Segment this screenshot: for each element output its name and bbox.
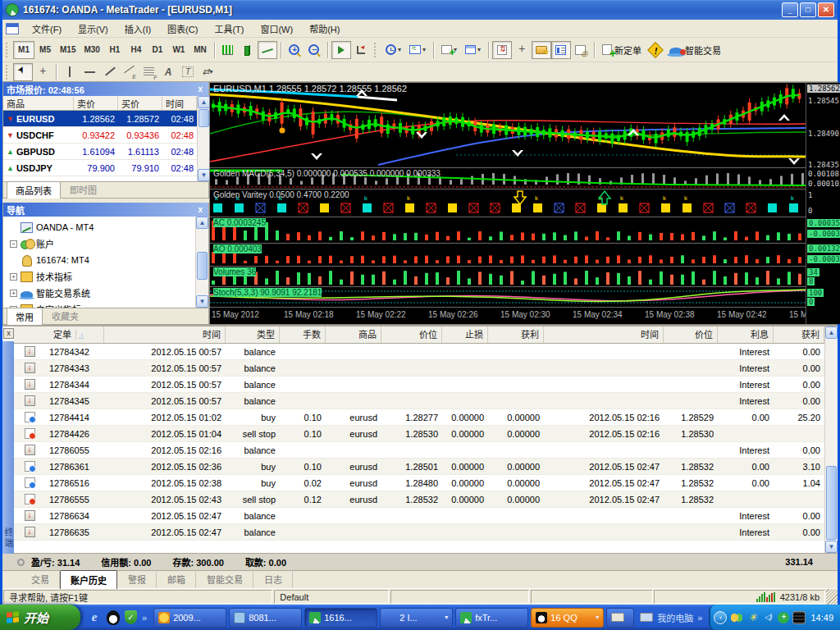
navigator-tab[interactable]: 收藏夹: [43, 307, 88, 324]
navigator-item[interactable]: + 技术指标: [7, 268, 195, 285]
scroll-up-icon[interactable]: ▲: [196, 217, 208, 229]
my-computer-button[interactable]: 我的电脑 »: [637, 611, 705, 624]
cursor-icon[interactable]: [13, 63, 33, 81]
terminal-side-strip[interactable]: 终端: [2, 341, 14, 554]
keyboard-layout-button[interactable]: [606, 608, 634, 628]
navigator-item[interactable]: − 账户: [7, 235, 195, 252]
varitey-subwindow[interactable]: Golden Varitey 0.0500 0.4700 0.2200 kkkk…: [210, 189, 806, 217]
menu-item[interactable]: 窗口(W): [252, 20, 301, 38]
menu-item[interactable]: 插入(I): [116, 20, 159, 38]
minimize-button[interactable]: _: [782, 2, 798, 17]
menu-item[interactable]: 工具(T): [206, 20, 252, 38]
trendline-icon[interactable]: [99, 63, 119, 81]
history-row[interactable]: 12784426 2012.05.15 01:04 sell stop 0.10…: [14, 426, 824, 442]
history-row[interactable]: 12784342 2012.05.15 00:57 balance: [14, 344, 824, 360]
market-watch-row[interactable]: ▼USDCHF 0.93422 0.93436 02:48: [3, 127, 197, 144]
tray-star-icon[interactable]: ✳: [746, 612, 758, 623]
history-row[interactable]: 12784344 2012.05.15 00:57 balance: [14, 377, 824, 393]
crosshair-icon[interactable]: +: [512, 41, 532, 59]
history-row[interactable]: 12786055 2012.05.15 02:16 balance: [14, 442, 824, 459]
arrows-icon[interactable]: ⇄▾: [198, 63, 217, 81]
zoom-out-icon[interactable]: −: [304, 41, 324, 59]
ao-subwindow[interactable]: AO 0.000403: [210, 243, 806, 266]
favorites-folder-icon[interactable]: [532, 41, 551, 59]
market-watch-close-icon[interactable]: x: [195, 84, 205, 94]
market-watch-tab[interactable]: 即时图: [61, 180, 106, 198]
profiles-icon[interactable]: ▾: [461, 41, 485, 59]
scroll-up-icon[interactable]: ▲: [825, 326, 838, 339]
price-chart[interactable]: EURUSD,M1 1.28555 1.28572 1.28555 1.2856…: [210, 83, 806, 167]
navigator-item[interactable]: OANDA - MT4: [7, 219, 195, 235]
task-button[interactable]: 2009...: [153, 608, 226, 628]
timeframe-button[interactable]: H1: [104, 41, 126, 59]
timeframe-button[interactable]: M1: [13, 41, 34, 59]
price-axis[interactable]: 1.285621.285451.284901.284350.0010810.00…: [806, 83, 840, 324]
internet-explorer-icon[interactable]: e: [87, 610, 102, 625]
terminal-tab[interactable]: 邮箱: [157, 569, 196, 588]
market-watch-row[interactable]: ▲GBPUSD 1.61094 1.61113 02:48: [3, 144, 197, 160]
market-watch-row[interactable]: ▼EURUSD 1.28562 1.28572 02:48: [3, 111, 197, 127]
history-row[interactable]: 12784414 2012.05.15 01:02 buy 0.10 eurus…: [14, 409, 824, 426]
timeframe-button[interactable]: W1: [168, 41, 189, 59]
scroll-up-icon[interactable]: ▲: [198, 96, 210, 108]
toolbar-grip[interactable]: [374, 43, 378, 57]
navigator-tab[interactable]: 常用: [7, 308, 43, 325]
new-order-button[interactable]: 新定单: [598, 41, 646, 59]
tray-app-icon[interactable]: [793, 612, 805, 623]
timeframe-button[interactable]: H4: [126, 41, 147, 59]
data-window-icon[interactable]: [571, 41, 591, 59]
antivirus-shield-icon[interactable]: ✓: [125, 610, 137, 624]
zoom-in-icon[interactable]: +: [285, 41, 304, 59]
toolbar-grip[interactable]: [6, 65, 10, 80]
navigator-scrollbar[interactable]: ▲ ▼: [195, 217, 208, 308]
tree-expander-icon[interactable]: +: [10, 290, 17, 297]
menu-item[interactable]: 显示(V): [70, 20, 116, 38]
time-axis[interactable]: 15 May 201215 May 02:1815 May 02:2215 Ma…: [210, 307, 806, 322]
task-button[interactable]: 16 QQ ▾: [531, 608, 604, 628]
new-chart-icon[interactable]: ▾: [437, 41, 461, 59]
timeframe-button[interactable]: M5: [34, 41, 56, 59]
scroll-down-icon[interactable]: ▼: [198, 169, 210, 181]
scroll-down-icon[interactable]: ▼: [825, 541, 838, 553]
menu-item[interactable]: 帮助(H): [301, 20, 348, 38]
market-watch-scrollbar[interactable]: ▲ ▼: [197, 96, 210, 181]
start-button[interactable]: 开始: [0, 605, 80, 630]
tree-expander-icon[interactable]: −: [10, 240, 17, 248]
history-row[interactable]: 12784345 2012.05.15 00:57 balance: [14, 393, 824, 409]
history-row[interactable]: 12786555 2012.05.15 02:43 sell stop 0.12…: [14, 491, 824, 508]
tray-collapse-icon[interactable]: ‹: [714, 611, 727, 624]
resize-grip[interactable]: [826, 589, 838, 605]
timeframe-button[interactable]: D1: [147, 41, 168, 59]
ac-subwindow[interactable]: AC 0.0003245: [210, 217, 806, 243]
tick-chart-icon[interactable]: [492, 41, 512, 59]
menu-item[interactable]: 图表(C): [159, 20, 206, 38]
chart-shift-icon[interactable]: [351, 41, 371, 59]
market-watch-tab[interactable]: 商品列表: [7, 181, 61, 199]
text-icon[interactable]: A: [158, 63, 178, 81]
menu-item[interactable]: 文件(F): [24, 20, 70, 38]
crosshair-tool-icon[interactable]: +: [33, 63, 52, 81]
line-chart-icon[interactable]: [258, 41, 277, 59]
qq-icon[interactable]: [107, 610, 120, 625]
history-row[interactable]: 12784343 2012.05.15 00:57 balance: [14, 360, 824, 377]
terminal-close-icon[interactable]: x: [3, 328, 14, 339]
task-button[interactable]: fxTr...: [455, 608, 528, 628]
volumes-subwindow[interactable]: Volumes 36: [210, 266, 806, 286]
period-clock-icon[interactable]: ▾: [381, 41, 405, 59]
stochastic-subwindow[interactable]: Stoch(5,3,3) 90.9091 92.2181: [210, 286, 806, 307]
tray-contacts-icon[interactable]: [731, 612, 742, 623]
terminal-tab[interactable]: 日志: [253, 569, 293, 588]
chart-window[interactable]: EURUSD,M1 1.28555 1.28572 1.28555 1.2856…: [209, 82, 838, 325]
close-button[interactable]: ✕: [818, 2, 834, 17]
task-button[interactable]: 8081...: [229, 608, 302, 628]
maximize-button[interactable]: □: [800, 2, 816, 17]
task-button[interactable]: 2 I... ▾: [380, 608, 453, 628]
taskbar-overflow-icon[interactable]: »: [697, 613, 702, 623]
tree-expander-icon[interactable]: +: [10, 273, 17, 281]
scroll-down-icon[interactable]: ▼: [196, 295, 208, 308]
history-row[interactable]: 12786635 2012.05.15 02:47 balance: [14, 524, 824, 541]
history-row[interactable]: 12786361 2012.05.15 02:36 buy 0.10 eurus…: [14, 459, 824, 475]
market-watch-row[interactable]: ▲USDJPY 79.900 79.910 02:48: [3, 160, 197, 176]
terminal-tab[interactable]: 交易: [21, 569, 60, 588]
terminal-scrollbar[interactable]: ▲ ▼: [824, 326, 838, 553]
